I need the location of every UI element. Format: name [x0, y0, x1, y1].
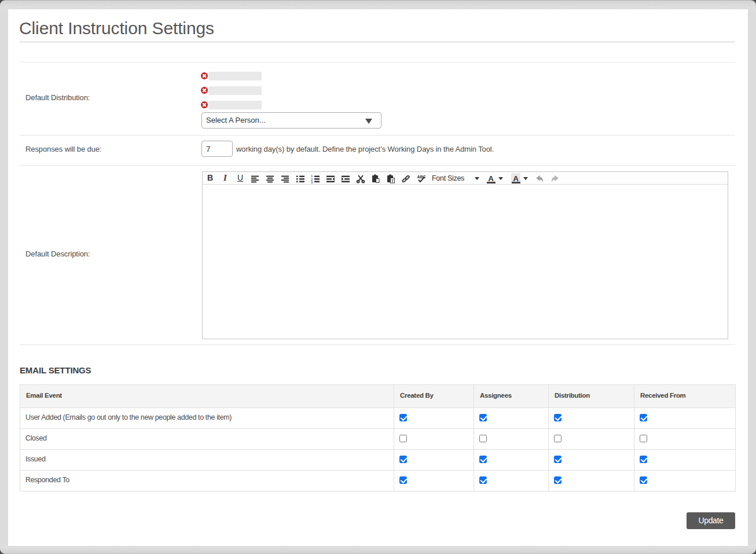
svg-text:ABC: ABC [417, 175, 425, 179]
svg-text:3: 3 [311, 181, 313, 184]
svg-text:T: T [391, 179, 394, 183]
